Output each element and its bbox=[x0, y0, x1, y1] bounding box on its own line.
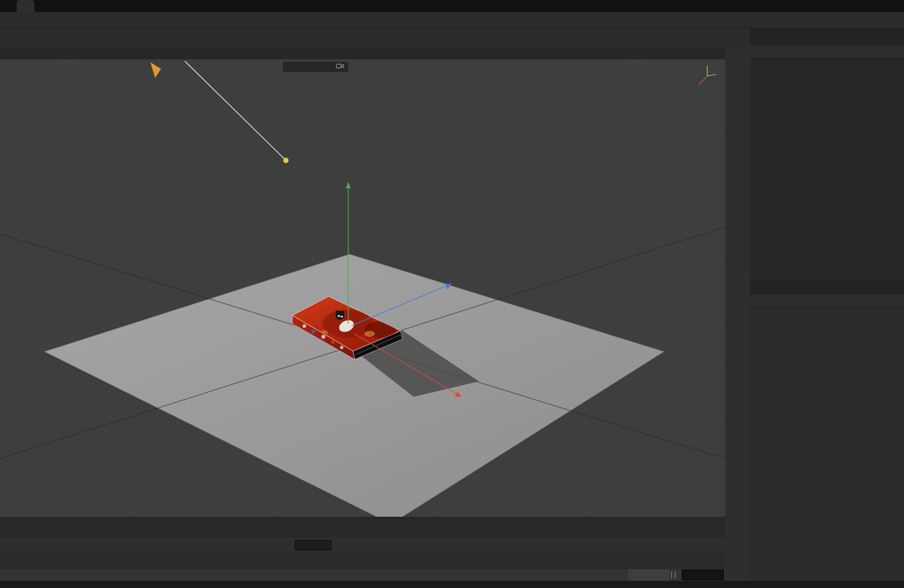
current-frame-field[interactable] bbox=[295, 540, 332, 551]
title-bar bbox=[0, 0, 904, 12]
viewport-info-strip bbox=[0, 517, 725, 538]
document-tab[interactable] bbox=[17, 0, 34, 12]
main-toolbar bbox=[0, 29, 750, 49]
range-end-handle[interactable] bbox=[628, 569, 670, 581]
animation-toolbar bbox=[0, 538, 725, 554]
camera-label-overlay[interactable] bbox=[283, 62, 348, 72]
status-bar bbox=[0, 581, 904, 588]
current-frame-box[interactable] bbox=[682, 570, 724, 580]
object-manager-tabs bbox=[750, 30, 904, 45]
timeline-ruler[interactable] bbox=[0, 554, 725, 569]
timeline-range-bar[interactable] bbox=[0, 569, 725, 581]
object-creation-palette bbox=[725, 49, 750, 581]
light-handle-dot[interactable] bbox=[284, 158, 289, 163]
layout-mode-tabs bbox=[605, 0, 899, 12]
cinema4d-window bbox=[0, 0, 904, 588]
attribute-manager-tabs bbox=[750, 279, 904, 295]
viewport-menu-bar bbox=[0, 49, 725, 59]
attribute-manager-menu bbox=[750, 295, 904, 308]
attribute-manager-panel bbox=[750, 279, 904, 581]
attribute-tab-chips-row2 bbox=[750, 325, 904, 328]
viewport[interactable] bbox=[0, 49, 725, 538]
viewport-3d-scene[interactable] bbox=[0, 59, 725, 538]
main-menu-bar bbox=[0, 12, 904, 29]
attribute-object-header bbox=[750, 308, 904, 323]
object-manager-menu bbox=[750, 45, 904, 58]
object-manager-panel bbox=[750, 30, 904, 279]
range-grip[interactable] bbox=[671, 571, 676, 578]
